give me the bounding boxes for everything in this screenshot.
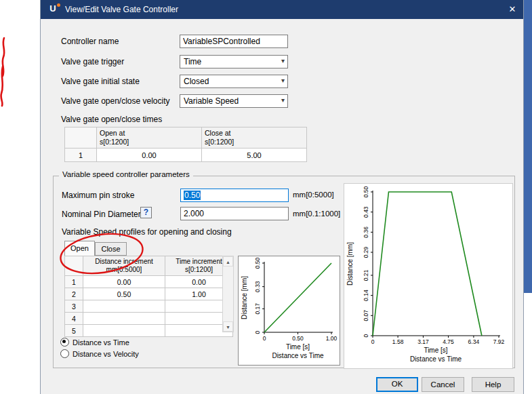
cell-close-at[interactable]: 5.00 [202,149,307,162]
radio-label: Distance vs Time [73,338,129,347]
valve-gate-trigger-value: Time [184,57,201,66]
distance-increment-header: Distance increment mm[0:5000] [83,256,165,276]
times-header-row: Open at s[0:1200] Close at s[0:1200] [65,127,307,149]
times-close-header-line1: Close at [205,129,304,138]
svg-text:6.34: 6.34 [468,338,480,345]
help-question-button[interactable]: ? [140,207,152,218]
cancel-button[interactable]: Cancel [422,377,464,392]
tab-open[interactable]: Open [64,241,95,256]
profile-corner-cell [65,256,83,276]
times-open-header: Open at s[0:1200] [97,127,202,149]
times-close-header-line2: s[0:1200] [205,138,304,146]
svg-text:Distance vs Time: Distance vs Time [272,352,324,359]
screenshot-root: U View/Edit Valve Gate Controller ✕ Cont… [0,0,532,394]
ok-button[interactable]: OK [376,377,418,392]
profiles-section-label: Variable Speed profiles for opening and … [62,227,232,237]
table-row: 4 [65,313,233,325]
svg-text:3.17: 3.17 [417,338,429,345]
max-pin-stroke-input[interactable]: 0.50 [180,189,289,202]
valve-gate-initial-state-select[interactable]: Closed ▾ [180,75,288,88]
valve-times-table: Open at s[0:1200] Close at s[0:1200] 1 0… [64,127,307,162]
cell-distance-increment[interactable] [83,325,165,337]
svg-text:0.14: 0.14 [363,290,369,301]
svg-text:0.50: 0.50 [254,257,261,269]
group-title: Variable speed controller parameters [59,170,193,178]
profile-row-number[interactable]: 4 [65,313,83,325]
valve-gate-initial-state-label: Valve gate initial state [61,77,140,86]
radio-distance-vs-time[interactable]: Distance vs Time [60,338,129,347]
times-open-header-line1: Open at [100,129,199,138]
time-header-line1: Time increment [167,258,231,266]
background-window-strip [523,0,532,293]
vertical-scrollbar[interactable]: ▲ ▼ [222,256,234,332]
profile-row-number[interactable]: 3 [65,300,83,313]
cell-distance-increment[interactable] [83,300,165,313]
profile-row-number[interactable]: 2 [65,288,83,300]
table-row: 1 0.00 5.00 [65,149,307,162]
svg-text:Time [s]: Time [s] [286,343,310,351]
valve-gate-velocity-label: Valve gate open/close velocity [61,96,170,106]
times-corner-cell [65,127,97,149]
red-pen-marks [3,38,5,76]
profile-row-number[interactable]: 5 [65,325,83,337]
max-pin-stroke-label: Maximum pin stroke [62,191,134,200]
profile-table-wrap: Distance increment mm[0:5000] Time incre… [64,256,234,332]
svg-text:1.58: 1.58 [392,338,404,345]
svg-text:Time [s]: Time [s] [424,347,447,354]
svg-text:0.36: 0.36 [363,226,369,238]
distance-header-line2: mm[0:5000] [85,266,163,274]
app-icon-letter: U [49,3,56,14]
svg-text:0.43: 0.43 [363,206,369,218]
times-close-header: Close at s[0:1200] [202,127,307,149]
cell-distance-increment[interactable]: 0.00 [83,276,165,288]
selected-text: 0.50 [184,191,201,200]
svg-text:0: 0 [254,330,261,334]
controller-name-input[interactable] [180,35,288,48]
full-motion-chart-panel: 01.583.174.756.347.9200.070.140.210.290.… [344,183,513,369]
valve-gate-velocity-value: Variable Speed [184,96,239,106]
radio-selected-icon [60,338,69,347]
titlebar[interactable]: U View/Edit Valve Gate Controller ✕ [41,0,523,19]
window-title: View/Edit Valve Gate Controller [65,0,178,19]
valve-gate-initial-state-value: Closed [184,77,209,86]
close-icon[interactable]: ✕ [502,0,523,19]
svg-text:0.21: 0.21 [363,269,369,281]
svg-text:0.50: 0.50 [292,335,304,342]
app-icon: U [47,3,58,14]
profile-row-number[interactable]: 1 [65,276,83,288]
time-header-line2: s[0:1200] [167,266,231,274]
profile-table: Distance increment mm[0:5000] Time incre… [64,256,233,337]
chevron-down-icon: ▾ [281,77,285,84]
max-pin-stroke-unit: mm[0:5000] [293,191,334,199]
table-row: 3 [65,300,233,313]
svg-text:7.92: 7.92 [493,338,505,345]
cell-distance-increment[interactable]: 0.50 [83,288,165,300]
valve-gate-velocity-select[interactable]: Variable Speed ▾ [180,94,288,108]
valve-gate-trigger-label: Valve gate trigger [61,57,124,66]
valve-times-label: Valve gate open/close times [61,115,162,124]
scroll-up-icon[interactable]: ▲ [223,256,233,267]
nominal-pin-diameter-input[interactable] [180,207,289,220]
times-open-header-line2: s[0:1200] [100,138,199,146]
full-motion-chart: 01.583.174.756.347.9200.070.140.210.290.… [344,184,511,367]
scroll-down-icon[interactable]: ▼ [223,321,233,332]
app-icon-dot [57,3,60,7]
svg-text:1.00: 1.00 [326,335,337,342]
table-row: 2 0.50 1.00 [65,288,233,300]
chevron-down-icon: ▾ [281,96,285,104]
profile-header-row: Distance increment mm[0:5000] Time incre… [65,256,233,276]
svg-text:0.29: 0.29 [363,246,369,258]
red-pen-marks [1,66,3,106]
radio-distance-vs-velocity[interactable]: Distance vs Velocity [60,349,139,358]
svg-text:4.75: 4.75 [443,338,454,345]
help-button[interactable]: Help [472,377,514,392]
cell-open-at[interactable]: 0.00 [97,149,202,162]
times-row-number[interactable]: 1 [65,149,97,162]
cell-distance-increment[interactable] [83,313,165,325]
valve-gate-trigger-select[interactable]: Time ▾ [180,55,288,68]
svg-text:0.33: 0.33 [254,281,261,292]
svg-text:Distance vs Time: Distance vs Time [410,355,462,363]
svg-text:0.07: 0.07 [363,310,369,321]
tab-close[interactable]: Close [95,242,127,256]
open-profile-chart-panel: 00.501.0000.170.330.50Time [s]Distance v… [238,256,340,366]
